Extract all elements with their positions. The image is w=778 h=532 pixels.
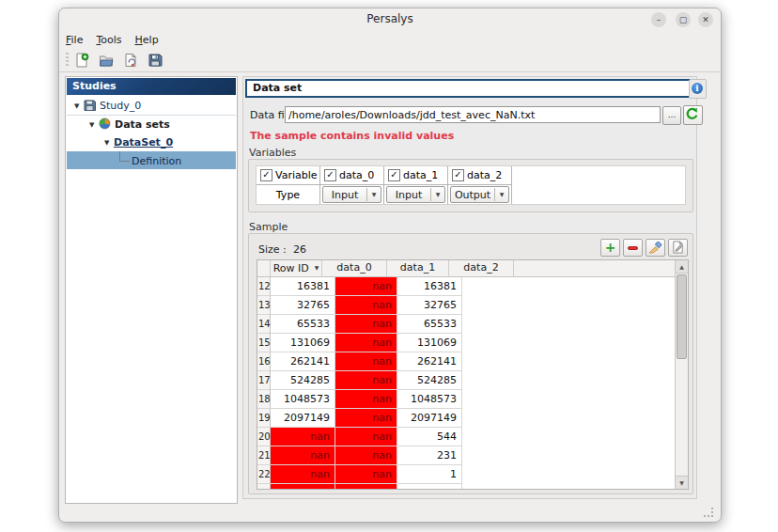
cell-data_0[interactable]: 131069 [271, 334, 335, 352]
cell-data_1-nan[interactable] [335, 484, 397, 490]
row-header[interactable]: 14 [257, 315, 271, 334]
table-corner-cell[interactable] [257, 260, 271, 276]
info-button[interactable]: i [689, 79, 707, 99]
cell-data_2[interactable]: 131069 [397, 334, 462, 352]
cell-data_1-nan[interactable]: nan [335, 390, 397, 409]
add-row-button[interactable]: + [600, 239, 620, 257]
type-select-2[interactable]: Output▼ [450, 186, 509, 203]
export-sample-button[interactable] [668, 239, 688, 257]
title-bar[interactable]: Persalys – ▢ ✕ [59, 8, 721, 31]
cell-data_1-nan[interactable]: nan [335, 352, 397, 371]
type-label: Type [257, 189, 319, 201]
variable-header-variable[interactable]: ✓Variable [257, 166, 320, 185]
cell-data_0-nan[interactable] [271, 484, 335, 490]
cell-data_2[interactable]: 2097149 [397, 409, 462, 428]
row-header[interactable] [257, 484, 271, 490]
remove-row-button[interactable] [623, 239, 643, 257]
new-study-icon[interactable] [72, 51, 91, 70]
column-header-data_2[interactable]: data_2 [449, 260, 514, 276]
expander-icon[interactable]: ▼ [74, 98, 84, 116]
cell-data_1-nan[interactable]: nan [335, 446, 397, 465]
resize-grip-icon[interactable] [704, 508, 713, 517]
cell-data_0-nan[interactable]: nan [271, 428, 335, 446]
cell-data_2[interactable]: 231 [397, 446, 462, 465]
row-header[interactable]: 15 [257, 334, 271, 352]
type-select-1[interactable]: Input▼ [386, 186, 445, 203]
row-header[interactable]: 22 [257, 465, 271, 484]
scrollbar-thumb[interactable] [677, 274, 687, 359]
expander-icon[interactable]: ▼ [89, 117, 99, 134]
cell-data_2[interactable]: 1 [397, 465, 462, 484]
cell-data_0[interactable]: 16381 [271, 277, 335, 296]
checkbox-icon[interactable]: ✓ [388, 169, 400, 181]
column-header-data_0[interactable]: data_0 [322, 260, 387, 276]
toolbar-handle[interactable] [66, 53, 69, 68]
cell-data_2[interactable] [397, 484, 462, 490]
reload-button[interactable] [683, 105, 703, 125]
row-header[interactable]: 17 [257, 371, 271, 390]
cell-data_2[interactable]: 16381 [397, 277, 462, 296]
cell-data_0[interactable]: 32765 [271, 296, 335, 315]
row-header[interactable]: 18 [257, 390, 271, 409]
variable-header-data_1[interactable]: ✓data_1 [384, 166, 448, 185]
cell-data_1-nan[interactable]: nan [335, 277, 397, 296]
row-header[interactable]: 12 [257, 277, 271, 296]
cell-data_1-nan[interactable]: nan [335, 334, 397, 352]
cell-data_1-nan[interactable]: nan [335, 296, 397, 315]
cell-data_1-nan[interactable]: nan [335, 315, 397, 334]
clean-sample-button[interactable] [646, 239, 665, 257]
data-file-input[interactable] [285, 106, 661, 123]
expander-icon[interactable]: ▼ [104, 134, 114, 152]
browse-button[interactable]: ... [662, 106, 681, 125]
cell-data_0[interactable]: 65533 [271, 315, 335, 334]
row-header[interactable]: 21 [257, 446, 271, 465]
row-header[interactable]: 13 [257, 296, 271, 315]
tree-item-data-sets[interactable]: ▼Data sets [67, 116, 236, 133]
scroll-up-icon[interactable]: ▲ [676, 260, 688, 274]
row-header[interactable]: 19 [257, 409, 271, 428]
cell-data_2[interactable]: 262141 [397, 352, 462, 371]
checkbox-icon[interactable]: ✓ [324, 169, 336, 181]
cell-data_0[interactable]: 1048573 [271, 390, 335, 409]
menu-item-file[interactable]: File [59, 31, 89, 49]
tree-item-definition[interactable]: Definition [67, 151, 236, 169]
tree-item-dataset-0[interactable]: ▼DataSet_0 [67, 133, 236, 151]
row-header[interactable]: 16 [257, 352, 271, 371]
scroll-down-icon[interactable]: ▼ [676, 476, 688, 489]
cell-data_1-nan[interactable]: nan [335, 409, 397, 428]
menu-item-tools[interactable]: Tools [89, 31, 128, 49]
cell-data_2[interactable]: 544 [397, 428, 462, 446]
table-row: 1216381nan16381 [257, 277, 688, 296]
checkbox-icon[interactable]: ✓ [452, 169, 464, 181]
menu-item-help[interactable]: Help [129, 31, 165, 49]
cell-data_0[interactable]: 2097149 [271, 409, 335, 428]
open-study-icon[interactable] [97, 51, 116, 70]
cell-data_0-nan[interactable]: nan [271, 446, 335, 465]
column-header-data_1[interactable]: data_1 [387, 260, 449, 276]
vertical-scrollbar[interactable]: ▲ ▼ [675, 260, 688, 489]
minimize-button[interactable]: – [651, 12, 666, 27]
type-cell-2: Output▼ [448, 185, 512, 204]
import-python-script-icon[interactable] [121, 51, 140, 70]
column-header-row-id[interactable]: Row ID▼ [271, 260, 322, 276]
close-button[interactable]: ✕ [698, 12, 713, 27]
variable-header-data_0[interactable]: ✓data_0 [320, 166, 384, 185]
type-select-0[interactable]: Input▼ [322, 186, 381, 203]
cell-data_0-nan[interactable]: nan [271, 465, 335, 484]
cell-data_2[interactable]: 524285 [397, 371, 462, 390]
row-header[interactable]: 20 [257, 428, 271, 446]
variable-header-data_2[interactable]: ✓data_2 [448, 166, 512, 185]
cell-data_1-nan[interactable]: nan [335, 428, 397, 446]
invalid-values-warning: The sample contains invalid values [250, 130, 454, 142]
save-icon[interactable] [146, 51, 164, 70]
cell-data_1-nan[interactable]: nan [335, 371, 397, 390]
checkbox-icon[interactable]: ✓ [260, 169, 272, 181]
maximize-button[interactable]: ▢ [676, 12, 691, 27]
tree-item-study-0[interactable]: ▼Study_0 [67, 97, 236, 116]
cell-data_1-nan[interactable]: nan [335, 465, 397, 484]
cell-data_0[interactable]: 524285 [271, 371, 335, 390]
cell-data_2[interactable]: 32765 [397, 296, 462, 315]
cell-data_2[interactable]: 1048573 [397, 390, 462, 409]
cell-data_0[interactable]: 262141 [271, 352, 335, 371]
cell-data_2[interactable]: 65533 [397, 315, 462, 334]
